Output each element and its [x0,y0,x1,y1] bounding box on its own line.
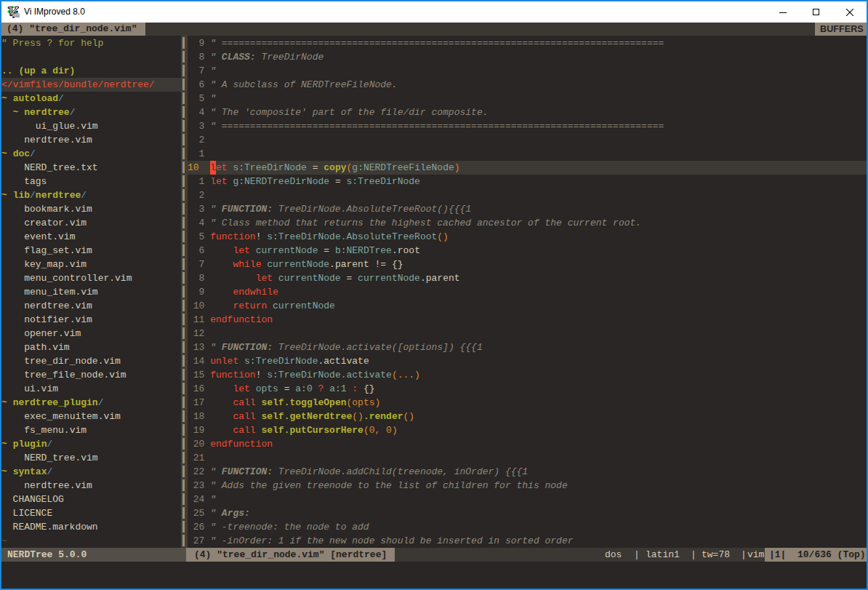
svg-text:im: im [13,12,20,18]
